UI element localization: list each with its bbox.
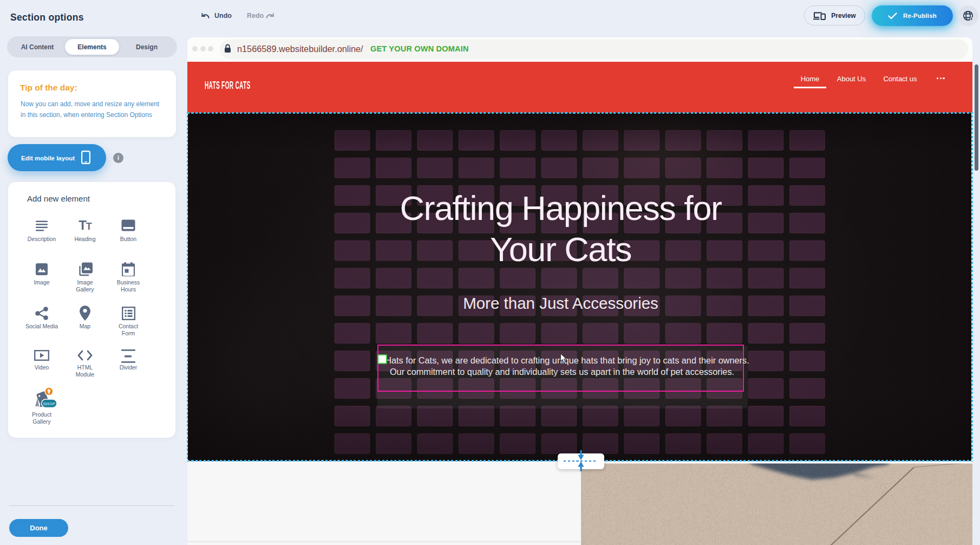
svg-text:SHOP: SHOP: [43, 401, 55, 406]
